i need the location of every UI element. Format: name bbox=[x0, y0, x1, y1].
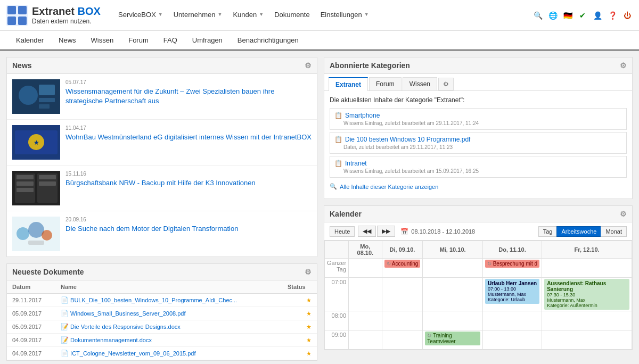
cell-mo-0900 bbox=[349, 330, 382, 350]
ganztag-mo bbox=[349, 259, 382, 278]
tab-wissen[interactable]: Wissen bbox=[403, 77, 437, 90]
search-icon[interactable]: 🔍 bbox=[532, 10, 543, 21]
col-status: Status bbox=[282, 280, 317, 294]
subnav-wissen[interactable]: Wissen bbox=[84, 31, 121, 51]
tab-extranet[interactable]: Extranet bbox=[329, 77, 368, 91]
news-gear-icon[interactable]: ⚙ bbox=[305, 61, 312, 70]
abo-item-sub: Wissens Eintrag, zuletzt bearbeitet am 2… bbox=[334, 120, 622, 126]
subnav-faq[interactable]: FAQ bbox=[156, 31, 185, 51]
cell-do-0700[interactable]: Urlaub Herr Jansen 07:00 - 13:00 Musterm… bbox=[482, 278, 542, 311]
checkmark-icon[interactable]: ✔ bbox=[577, 10, 588, 21]
flag-icon[interactable]: 🇩🇪 bbox=[562, 10, 573, 21]
abo-item-title[interactable]: 📋 Die 100 besten Windows 10 Programme.pd… bbox=[334, 136, 622, 143]
news-date-4: 20.09.16 bbox=[65, 217, 312, 222]
today-button[interactable]: Heute bbox=[330, 226, 355, 237]
nav-unternehmen[interactable]: Unternehmen ▼ bbox=[168, 0, 228, 31]
table-row: 05.09.2017 📝 Die Vorteile des Responsive… bbox=[7, 320, 317, 334]
doc-icon: 📝 bbox=[61, 323, 69, 330]
star-icon[interactable]: ★ bbox=[306, 337, 312, 343]
svg-rect-4 bbox=[18, 16, 27, 25]
subnav-news[interactable]: News bbox=[51, 31, 84, 51]
news-title-4[interactable]: Die Suche nach dem Motor der Digitalen T… bbox=[65, 224, 312, 234]
news-content-4: 20.09.16 Die Suche nach dem Motor der Di… bbox=[65, 217, 312, 251]
cell-fr-0700[interactable]: Aussendienst: Rathaus Sanierung 07:30 - … bbox=[542, 278, 632, 311]
pdf-icon: 📄 bbox=[61, 350, 69, 357]
list-item: 📋 Smartphone Wissens Eintrag, zuletzt be… bbox=[330, 108, 627, 130]
event-aussendienst[interactable]: Aussendienst: Rathaus Sanierung 07:30 - … bbox=[544, 279, 629, 310]
time-row-0700: 07:00 Urlaub Herr Jansen 07:00 - 13:00 M… bbox=[325, 278, 632, 311]
doc-name[interactable]: Die Vorteile des Responsive Designs.docx bbox=[70, 324, 181, 330]
ganztag-di[interactable]: ↻ Accounting bbox=[382, 259, 423, 278]
news-title-2[interactable]: WohnBau Westmünsterland eG digitalisiert… bbox=[65, 133, 312, 142]
news-header: News ⚙ bbox=[7, 57, 317, 74]
svg-point-6 bbox=[19, 86, 38, 105]
view-tag-button[interactable]: Tag bbox=[538, 226, 558, 237]
doc-icon: 📝 bbox=[61, 336, 69, 344]
abo-item-title[interactable]: 📋 Intranet bbox=[334, 160, 622, 167]
next-button[interactable]: ▶▶ bbox=[377, 226, 395, 237]
doc-date: 04.09.2017 bbox=[7, 334, 55, 347]
kalender-gear-icon[interactable]: ⚙ bbox=[620, 210, 627, 218]
news-title-3[interactable]: Bürgschaftsbank NRW - Backup mit Hilfe d… bbox=[65, 178, 312, 188]
star-icon[interactable]: ★ bbox=[306, 324, 312, 330]
svg-rect-17 bbox=[17, 175, 34, 179]
nav-servicebox[interactable]: ServiceBOX ▼ bbox=[113, 0, 168, 31]
event-training[interactable]: ↻ Training Teamviewer bbox=[425, 332, 480, 345]
abonnierte-title: Abonnierte Kategorien bbox=[330, 61, 410, 70]
abonnierte-gear-icon[interactable]: ⚙ bbox=[620, 61, 627, 70]
subnav-kalender[interactable]: Kalender bbox=[9, 31, 51, 51]
documents-gear-icon[interactable]: ⚙ bbox=[305, 268, 312, 276]
ganztag-do[interactable]: ↻ Besprechung mit d bbox=[482, 259, 542, 278]
news-thumb-1 bbox=[12, 79, 60, 114]
nav-kunden[interactable]: Kunden ▼ bbox=[227, 0, 269, 31]
star-icon[interactable]: ★ bbox=[306, 310, 312, 317]
doc-name[interactable]: Windows_Small_Business_Server_2008.pdf bbox=[70, 310, 185, 317]
power-icon[interactable]: ⏻ bbox=[622, 10, 633, 21]
svg-point-23 bbox=[17, 227, 29, 240]
time-row-0900: 09:00 ↻ Training Teamviewer bbox=[325, 330, 632, 350]
nav-einstellungen[interactable]: Einstellungen ▼ bbox=[315, 0, 374, 31]
abo-item-title[interactable]: 📋 Smartphone bbox=[334, 112, 622, 119]
tab-forum[interactable]: Forum bbox=[369, 77, 402, 90]
abo-settings-icon[interactable]: ⚙ bbox=[438, 78, 454, 90]
day-header-do: Do, 11.10. bbox=[482, 241, 542, 259]
help-icon[interactable]: ❓ bbox=[607, 10, 618, 21]
col-name: Name bbox=[55, 280, 282, 294]
view-monat-button[interactable]: Monat bbox=[601, 226, 627, 237]
cell-fr-0800 bbox=[542, 311, 632, 330]
event-besprechung[interactable]: ↻ Besprechung mit d bbox=[485, 260, 539, 268]
aussend-kat: Kategorie: Außentermin bbox=[547, 303, 627, 308]
file-icon: 📋 bbox=[334, 112, 342, 119]
documents-table: Datum Name Status 29.11.2017 📄 BULK_Die_… bbox=[7, 280, 317, 360]
day-header-di: Di, 09.10. bbox=[382, 241, 423, 259]
news-title-1[interactable]: Wissensmanagement für die Zukunft – Zwei… bbox=[65, 87, 312, 106]
abonnierte-section: Abonnierte Kategorien ⚙ Extranet Forum W… bbox=[324, 57, 633, 199]
user-icon[interactable]: 👤 bbox=[592, 10, 603, 21]
nav-dokumente[interactable]: Dokumente bbox=[269, 0, 315, 31]
subnav-umfragen[interactable]: Umfragen bbox=[185, 31, 230, 51]
cell-mi-0900[interactable]: ↻ Training Teamviewer bbox=[423, 330, 483, 350]
abo-content: Die aktuellsten Inhalte der Kategorie "E… bbox=[324, 91, 632, 198]
globe-icon[interactable]: 🌐 bbox=[547, 10, 558, 21]
doc-name[interactable]: BULK_Die_100_besten_Windows_10_Programme… bbox=[70, 297, 237, 303]
view-arbeitswoche-button[interactable]: Arbeitswoche bbox=[556, 226, 601, 237]
svg-rect-19 bbox=[17, 188, 34, 192]
refresh-icon: ↻ bbox=[387, 261, 391, 267]
doc-name[interactable]: ICT_Cologne_Newsletter_vom_09_06_2015.pd… bbox=[70, 350, 195, 357]
time-label-0700: 07:00 bbox=[325, 278, 349, 311]
kalender-controls: Heute ◀◀ ▶▶ 📅 08.10.2018 - 12.10.2018 Ta… bbox=[324, 222, 632, 241]
show-all-link[interactable]: 🔍 Alle Inhalte dieser Kategorie anzeigen bbox=[330, 180, 627, 193]
star-icon[interactable]: ★ bbox=[306, 350, 312, 357]
subnav-benachrichtigungen[interactable]: Benachrichtigungen bbox=[230, 31, 306, 51]
subnav-forum[interactable]: Forum bbox=[121, 31, 156, 51]
event-accounting[interactable]: ↻ Accounting bbox=[384, 260, 421, 268]
doc-name[interactable]: Dokumentenmanagement.docx bbox=[70, 337, 152, 343]
event-urlaub[interactable]: Urlaub Herr Jansen 07:00 - 13:00 Musterm… bbox=[485, 279, 539, 304]
star-icon[interactable]: ★ bbox=[306, 297, 312, 303]
abo-tabs: Extranet Forum Wissen ⚙ bbox=[324, 74, 632, 91]
svg-rect-7 bbox=[39, 85, 55, 95]
news-content-2: 11.04.17 WohnBau Westmünsterland eG digi… bbox=[65, 125, 312, 160]
news-content-1: 05.07.17 Wissensmanagement für die Zukun… bbox=[65, 79, 312, 114]
brand-name: Extranet BOX bbox=[32, 5, 101, 17]
prev-button[interactable]: ◀◀ bbox=[358, 226, 376, 237]
